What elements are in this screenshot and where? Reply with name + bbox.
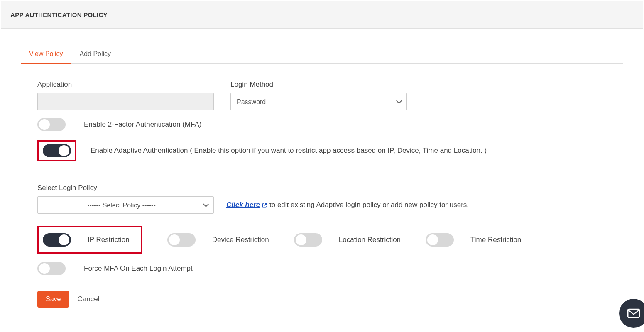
force-mfa-toggle[interactable] <box>37 262 66 275</box>
save-button[interactable]: Save <box>37 291 69 308</box>
login-method-select[interactable]: Password <box>230 93 407 110</box>
cancel-button[interactable]: Cancel <box>77 295 99 303</box>
device-restriction-toggle[interactable] <box>167 233 196 247</box>
tab-add-policy[interactable]: Add Policy <box>71 46 120 63</box>
adaptive-toggle-highlight <box>37 140 76 161</box>
divider <box>37 171 607 171</box>
external-link-icon <box>262 202 267 208</box>
ip-restriction-highlight: IP Restriction <box>37 226 142 254</box>
policy-helper-text: Click here to edit existing Adaptive log… <box>226 201 469 209</box>
application-label: Application <box>37 81 214 89</box>
adaptive-toggle[interactable] <box>43 144 71 157</box>
tab-view-policy[interactable]: View Policy <box>21 46 71 63</box>
mail-icon <box>627 308 640 316</box>
ip-restriction-label: IP Restriction <box>88 236 130 244</box>
mfa-toggle[interactable] <box>37 118 66 131</box>
select-policy-label: Select Login Policy <box>37 184 607 192</box>
content-area: View Policy Add Policy Application Login… <box>0 29 644 316</box>
location-restriction-toggle[interactable] <box>294 233 322 247</box>
time-restriction-label: Time Restriction <box>470 236 521 244</box>
ip-restriction-toggle[interactable] <box>43 233 71 247</box>
force-mfa-label: Force MFA On Each Login Attempt <box>84 264 193 273</box>
time-restriction-toggle[interactable] <box>426 233 454 247</box>
page-title: APP AUTHENTICATION POLICY <box>10 11 634 18</box>
application-input[interactable] <box>37 93 214 110</box>
select-policy-dropdown[interactable]: ------ Select Policy ------ <box>37 196 214 214</box>
adaptive-toggle-label: Enable Adaptive Authentication ( Enable … <box>91 146 487 155</box>
page-header: APP AUTHENTICATION POLICY <box>1 1 643 29</box>
click-here-link[interactable]: Click here <box>226 201 267 209</box>
location-restriction-label: Location Restriction <box>339 236 401 244</box>
mfa-toggle-label: Enable 2-Factor Authentication (MFA) <box>84 120 201 129</box>
form: Application Login Method Password Enable… <box>21 81 623 308</box>
login-method-label: Login Method <box>230 81 407 89</box>
device-restriction-label: Device Restriction <box>212 236 269 244</box>
tabs: View Policy Add Policy <box>21 46 623 64</box>
